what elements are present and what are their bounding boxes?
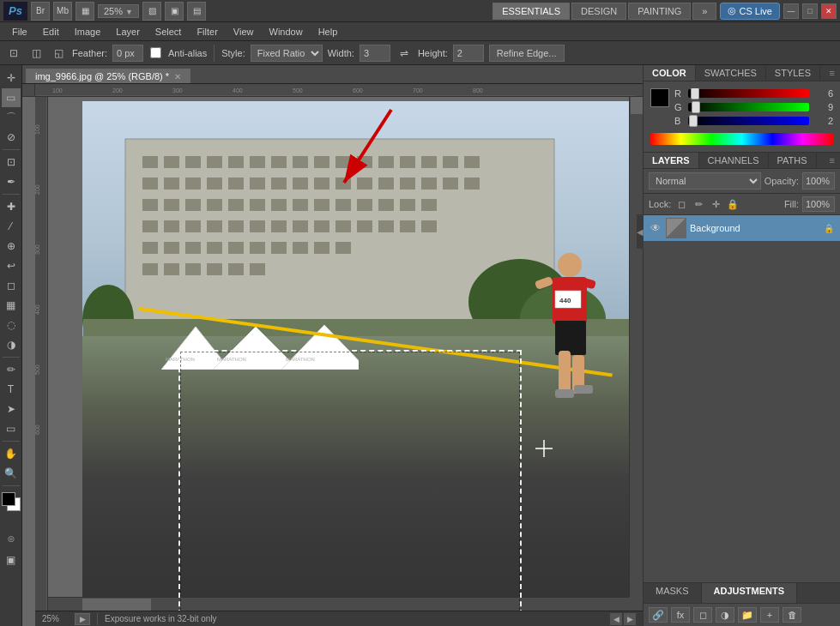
foreground-color-swatch[interactable] xyxy=(2,492,15,506)
menu-view[interactable]: View xyxy=(227,25,261,39)
lock-paint-icon[interactable]: ✏ xyxy=(692,197,705,211)
styles-tab[interactable]: STYLES xyxy=(766,65,820,81)
create-group-btn[interactable]: 📁 xyxy=(738,607,757,623)
menu-file[interactable]: File xyxy=(5,25,34,39)
menu-select[interactable]: Select xyxy=(148,25,189,39)
window-close-btn[interactable]: ✕ xyxy=(821,3,837,19)
masks-tab[interactable]: MASKS xyxy=(644,583,702,603)
pen-tool[interactable]: ✏ xyxy=(2,360,21,379)
gradient-tool[interactable]: ▦ xyxy=(2,296,21,315)
more-nav-btn[interactable]: » xyxy=(692,3,716,20)
green-slider-thumb[interactable] xyxy=(692,101,700,113)
opacity-input[interactable] xyxy=(802,172,835,190)
layer-item-background[interactable]: 👁 Background 🔒 xyxy=(644,215,840,241)
menu-window[interactable]: Window xyxy=(263,25,310,39)
status-prev-btn[interactable]: ◀ xyxy=(610,613,622,625)
swatches-tab[interactable]: SWATCHES xyxy=(696,65,766,81)
link-layers-btn[interactable]: 🔗 xyxy=(649,607,668,623)
shapes-tool[interactable]: ▭ xyxy=(2,419,21,438)
blur-tool[interactable]: ◌ xyxy=(2,316,21,334)
menu-layer[interactable]: Layer xyxy=(109,25,147,39)
history-brush-tool[interactable]: ↩ xyxy=(2,256,21,275)
dodge-tool[interactable]: ◑ xyxy=(2,335,21,354)
status-next-btn[interactable]: ▶ xyxy=(624,613,636,625)
add-layer-style-btn[interactable]: fx xyxy=(671,607,690,623)
marquee-tool[interactable]: ▭ xyxy=(2,88,21,107)
blue-slider-track[interactable] xyxy=(688,117,809,125)
svg-rect-25 xyxy=(314,156,329,168)
screen-mode-btn[interactable]: ▣ xyxy=(165,2,184,21)
eraser-tool[interactable]: ◻ xyxy=(2,276,21,295)
menu-image[interactable]: Image xyxy=(68,25,108,39)
green-slider-track[interactable] xyxy=(688,103,809,111)
color-preview-swatch[interactable] xyxy=(650,88,669,107)
menu-edit[interactable]: Edit xyxy=(36,25,66,39)
height-input[interactable] xyxy=(453,45,484,62)
essentials-btn[interactable]: ESSENTIALS xyxy=(493,3,570,20)
quick-mask-btn[interactable]: ◎ xyxy=(2,529,21,548)
adjustments-tab[interactable]: ADJUSTMENTS xyxy=(702,583,798,603)
lasso-tool[interactable]: ⌒ xyxy=(2,108,21,127)
hand-tool[interactable]: ✋ xyxy=(2,444,21,463)
status-icon[interactable]: ▶ xyxy=(75,613,90,625)
blend-mode-select[interactable]: Normal xyxy=(649,172,761,190)
healing-brush-tool[interactable]: ✚ xyxy=(2,197,21,216)
fill-input[interactable] xyxy=(802,196,835,212)
width-input[interactable] xyxy=(360,45,390,62)
clone-stamp-tool[interactable]: ⊕ xyxy=(2,237,21,256)
window-maximize-btn[interactable]: □ xyxy=(802,3,818,19)
create-layer-btn[interactable]: + xyxy=(760,607,779,623)
antialias-checkbox[interactable] xyxy=(150,47,161,58)
color-tab[interactable]: COLOR xyxy=(644,65,696,81)
crop-tool[interactable]: ⊡ xyxy=(2,153,21,172)
bridge-btn[interactable]: Br xyxy=(31,2,50,21)
svg-rect-18 xyxy=(164,156,179,168)
color-selector[interactable] xyxy=(2,492,21,515)
panel-expand-handle[interactable]: ◀ xyxy=(637,214,644,249)
screen-mode-tool[interactable]: ▣ xyxy=(2,551,21,569)
red-slider-track[interactable] xyxy=(688,89,809,98)
channels-tab[interactable]: CHANNELS xyxy=(699,153,769,168)
document-tab-close[interactable]: ✕ xyxy=(174,72,181,81)
path-select-tool[interactable]: ➤ xyxy=(2,400,21,418)
paths-tab[interactable]: PATHS xyxy=(769,153,817,168)
menu-help[interactable]: Help xyxy=(311,25,345,39)
layers-tab[interactable]: LAYERS xyxy=(644,153,699,168)
refine-edge-btn[interactable]: Refine Edge... xyxy=(489,45,565,62)
color-panel-menu-btn[interactable]: ≡ xyxy=(825,65,840,81)
layer-visibility-icon[interactable]: 👁 xyxy=(649,221,662,235)
quick-select-tool[interactable]: ⊘ xyxy=(2,128,21,147)
style-select[interactable]: Fixed Ratio xyxy=(251,45,323,62)
workspace-btn[interactable]: ▨ xyxy=(142,2,161,21)
extras-btn[interactable]: ▤ xyxy=(187,2,206,21)
arrange-btn[interactable]: ▦ xyxy=(76,2,94,21)
zoom-display[interactable]: 25% ▼ xyxy=(98,4,139,18)
document-tab[interactable]: img_9966.jpg @ 25% (RGB/8) * ✕ xyxy=(26,69,190,83)
feather-input[interactable] xyxy=(112,45,143,62)
create-adjustment-btn[interactable]: ◑ xyxy=(716,607,734,623)
window-minimize-btn[interactable]: — xyxy=(783,3,799,19)
design-btn[interactable]: DESIGN xyxy=(571,3,626,20)
lock-all-icon[interactable]: 🔒 xyxy=(726,197,740,211)
layers-panel-menu-btn[interactable]: ≡ xyxy=(825,153,840,168)
mini-bridge-btn[interactable]: Mb xyxy=(53,2,72,21)
eyedropper-tool[interactable]: ✒ xyxy=(2,172,21,191)
add-mask-btn[interactable]: ◻ xyxy=(693,607,712,623)
red-slider-thumb[interactable] xyxy=(691,88,699,99)
painting-btn[interactable]: PAINTING xyxy=(628,3,691,20)
canvas-viewport[interactable]: MARATHON MARATHON MARATHON xyxy=(48,97,643,611)
brush-tool[interactable]: ∕ xyxy=(2,217,21,236)
svg-rect-82 xyxy=(250,242,265,254)
menu-filter[interactable]: Filter xyxy=(190,25,224,39)
lock-position-icon[interactable]: ✛ xyxy=(709,197,722,211)
delete-layer-btn[interactable]: 🗑 xyxy=(783,607,801,623)
scroll-thumb-v[interactable] xyxy=(631,97,643,114)
type-tool[interactable]: T xyxy=(2,380,21,399)
swap-dimensions-icon[interactable]: ⇌ xyxy=(396,45,413,62)
lock-transparent-icon[interactable]: ◻ xyxy=(674,197,688,211)
cs-live-btn[interactable]: ◎ CS Live xyxy=(720,3,780,20)
zoom-tool[interactable]: 🔍 xyxy=(2,464,21,483)
blue-slider-thumb[interactable] xyxy=(689,115,698,127)
move-tool[interactable]: ✛ xyxy=(2,69,21,87)
color-spectrum-bar[interactable] xyxy=(650,133,833,145)
